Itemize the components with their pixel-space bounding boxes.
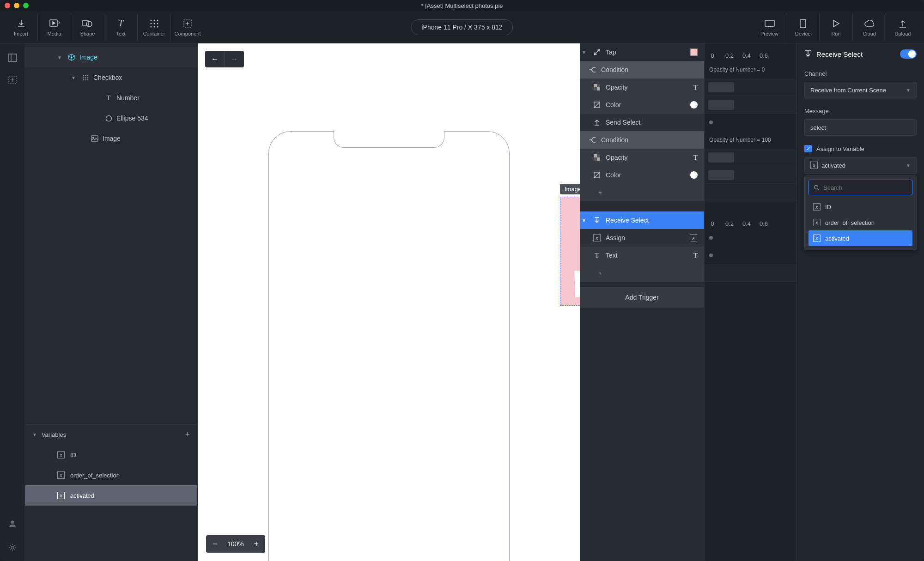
timeline-keyframe[interactable] — [705, 229, 796, 247]
upload-button[interactable]: Upload — [886, 13, 919, 41]
color-row-1[interactable]: Color — [580, 96, 704, 114]
layer-label: Image — [79, 54, 97, 61]
left-rail — [0, 43, 25, 561]
opacity-row-2[interactable]: Opacity T — [580, 149, 704, 166]
layer-icon: T — [104, 94, 113, 102]
nav-forward-button[interactable]: → — [225, 51, 244, 67]
trigger-receive-select[interactable]: ▼ Receive Select — [580, 211, 704, 229]
dropdown-search[interactable] — [808, 180, 912, 195]
channel-select[interactable]: Receive from Current Scene ▼ — [804, 82, 917, 98]
timeline-keyframe[interactable] — [705, 114, 796, 131]
rail-panels-icon[interactable] — [8, 54, 17, 62]
trigger-tap[interactable]: ▼ Tap — [580, 43, 704, 61]
layer-label: Number — [116, 94, 140, 102]
text-type-icon: T — [693, 84, 698, 91]
svg-rect-33 — [597, 87, 600, 90]
titlebar: * [Asset] Multiselect photos.pie — [0, 0, 924, 11]
chevron-down-icon: ▼ — [582, 50, 588, 55]
window-close[interactable] — [5, 3, 10, 8]
svg-point-25 — [83, 79, 84, 80]
svg-rect-36 — [594, 154, 597, 157]
text-button[interactable]: T Text — [104, 13, 138, 41]
channel-label: Channel — [804, 70, 917, 77]
variable-icon: x — [57, 492, 65, 499]
variable-row[interactable]: xorder_of_selection — [25, 465, 197, 485]
assign-row[interactable]: x Assign x — [580, 229, 704, 247]
enable-toggle[interactable] — [900, 49, 917, 59]
preview-icon — [765, 18, 775, 29]
import-icon — [17, 18, 26, 29]
media-button[interactable]: Media — [38, 13, 71, 41]
timeline-ruler: 00.20.40.6 — [705, 43, 796, 61]
variable-icon: x — [57, 451, 65, 458]
assign-checkbox[interactable]: ✓ — [804, 145, 812, 152]
variable-select[interactable]: xactivated ▼ — [804, 157, 917, 174]
window-maximize[interactable] — [23, 3, 29, 8]
svg-point-18 — [11, 546, 14, 549]
layer-row[interactable]: Ellipse 534 — [25, 108, 197, 128]
rail-add-icon[interactable] — [8, 76, 17, 84]
dropdown-item[interactable]: xactivated — [808, 230, 912, 246]
container-button[interactable]: Container — [138, 13, 171, 41]
variable-icon: x — [57, 471, 65, 479]
variable-label: ID — [70, 452, 76, 458]
dropdown-item[interactable]: xorder_of_selection — [808, 215, 912, 230]
shape-button[interactable]: Shape — [71, 13, 104, 41]
opacity-icon — [593, 84, 601, 90]
timeline-keyframe[interactable] — [705, 247, 796, 264]
color-row-2[interactable]: Color — [580, 166, 704, 184]
component-button[interactable]: Component — [171, 13, 204, 41]
toolbar: Import Media Shape T Text — [0, 11, 924, 43]
tap-swatch[interactable] — [690, 48, 698, 56]
svg-rect-14 — [800, 19, 806, 28]
media-icon — [49, 18, 60, 29]
svg-point-9 — [150, 26, 152, 27]
opacity-row-1[interactable]: Opacity T — [580, 78, 704, 96]
zoom-in-button[interactable]: + — [248, 535, 265, 553]
add-trigger-button[interactable]: Add Trigger — [580, 287, 704, 308]
message-input[interactable]: select — [804, 119, 917, 136]
add-variable-button[interactable]: + — [185, 430, 190, 440]
nav-back-button[interactable]: ← — [205, 51, 225, 67]
layer-row[interactable]: ▼Checkbox — [25, 67, 197, 88]
window-title: * [Asset] Multiselect photos.pie — [421, 2, 503, 9]
variable-row[interactable]: xactivated — [25, 485, 197, 506]
chevron-down-icon: ▼ — [582, 218, 588, 223]
cloud-button[interactable]: Cloud — [853, 13, 886, 41]
variables-header[interactable]: ▼ Variables + — [25, 424, 197, 445]
layer-row[interactable]: ▼Image — [25, 47, 197, 67]
dropdown-search-input[interactable] — [823, 184, 907, 191]
opacity-icon — [593, 154, 601, 161]
layer-row[interactable]: TNumber — [25, 88, 197, 108]
run-button[interactable]: Run — [820, 13, 853, 41]
add-response-2[interactable]: + — [580, 264, 704, 282]
cloud-icon — [864, 18, 875, 29]
actions-panel: ▼ Tap Condition Opacity T Color S — [580, 43, 705, 561]
rail-settings-icon[interactable] — [8, 543, 17, 552]
dropdown-item[interactable]: xID — [808, 199, 912, 215]
layers-panel: ▼Image▼CheckboxTNumberEllipse 534Image ▼… — [25, 43, 198, 561]
import-button[interactable]: Import — [5, 13, 38, 41]
svg-point-39 — [815, 185, 818, 189]
add-response-1[interactable]: + — [580, 184, 704, 201]
text-row[interactable]: T Text T — [580, 247, 704, 264]
rail-user-icon[interactable] — [8, 519, 17, 528]
send-select-row[interactable]: Send Select — [580, 114, 704, 131]
variable-row[interactable]: xID — [25, 445, 197, 465]
window-minimize[interactable] — [14, 3, 19, 8]
preview-button[interactable]: Preview — [753, 13, 786, 41]
assign-to-variable-label: Assign to Variable — [816, 145, 864, 152]
svg-point-27 — [87, 79, 88, 80]
condition-row-2[interactable]: Condition — [580, 131, 704, 149]
svg-point-5 — [157, 19, 158, 21]
zoom-out-button[interactable]: − — [206, 535, 224, 553]
canvas[interactable]: ← → Image PANTONE 691 − 100% + — [198, 43, 580, 561]
color-swatch[interactable] — [690, 171, 698, 179]
device-selector[interactable]: iPhone 11 Pro / X 375 x 812 — [411, 19, 513, 35]
color-swatch[interactable] — [690, 101, 698, 109]
condition-row-1[interactable]: Condition — [580, 61, 704, 78]
tap-icon — [593, 48, 601, 56]
layer-row[interactable]: Image — [25, 128, 197, 149]
device-button[interactable]: Device — [786, 13, 820, 41]
search-icon — [814, 185, 820, 191]
